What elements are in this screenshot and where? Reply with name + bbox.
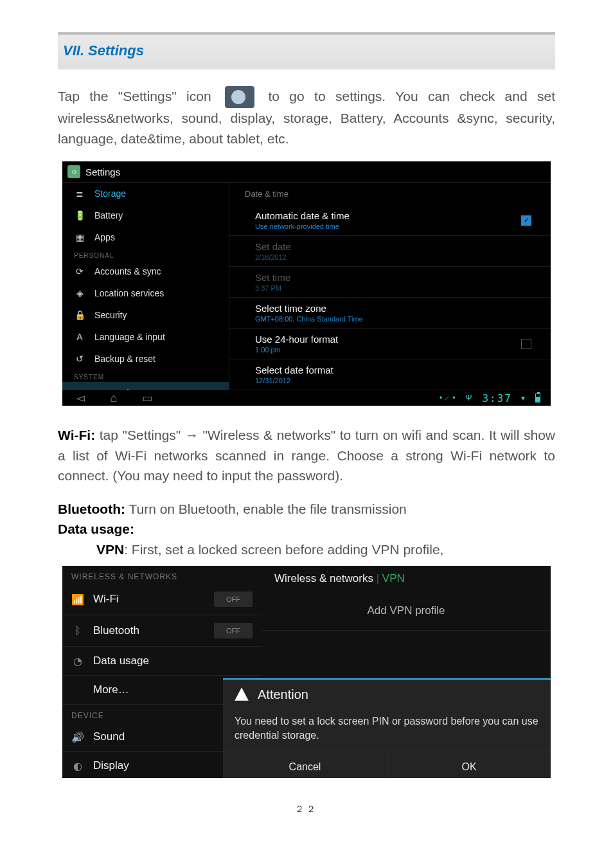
backup-icon: ↺ — [74, 353, 85, 365]
usb-icon: Ψ — [465, 393, 473, 402]
sidebar-item-backup-reset[interactable]: ↺ Backup & reset — [62, 348, 229, 370]
settings-app-icon — [225, 86, 254, 108]
intro-part1: Tap the "Settings" icon — [58, 89, 211, 104]
lock-icon: 🔒 — [74, 309, 85, 321]
dialog-title-row: Attention — [223, 680, 551, 709]
sidebar-label: Display — [93, 759, 129, 772]
wifi-text: tap "Settings" → "Wireless & networks" t… — [58, 428, 555, 483]
sidebar-item-storage[interactable]: ≣ Storage — [62, 183, 229, 204]
wifi-icon: 📶 — [71, 593, 84, 606]
crumb-vpn: VPN — [382, 572, 405, 584]
system-navbar: ◅ ⌂ ▭ •⟋• Ψ 3:37 ▾ — [62, 390, 551, 406]
sync-icon: ⟳ — [74, 266, 85, 277]
option-secondary: 12/31/2012 — [255, 377, 333, 384]
bluetooth-text: Turn on Bluetooth, enable the file trans… — [125, 502, 407, 516]
sidebar-label: Sound — [93, 730, 125, 743]
sound-icon: 🔊 — [71, 730, 84, 743]
settings-gear-icon: ⚙ — [67, 165, 80, 178]
sidebar-item-accounts-sync[interactable]: ⟳ Accounts & sync — [62, 260, 229, 282]
window-title: Settings — [85, 167, 120, 177]
sidebar-category-wireless: WIRELESS & NETWORKS — [62, 566, 262, 584]
sidebar-item-apps[interactable]: ▦ Apps — [62, 226, 229, 248]
bluetooth-paragraph: Bluetooth: Turn on Bluetooth, enable the… — [58, 499, 555, 520]
sidebar-item-battery[interactable]: 🔋 Battery — [62, 204, 229, 226]
intro-paragraph: Tap the "Settings" icon to go to setting… — [58, 86, 555, 149]
option-secondary: 3:37 PM — [255, 284, 290, 292]
page-number: ２２ — [58, 804, 555, 815]
breadcrumb: Wireless & networks | VPN — [262, 566, 551, 592]
language-icon: A — [74, 331, 85, 343]
vpn-text: : First, set a locked screen before addi… — [124, 542, 443, 557]
nav-home-icon[interactable]: ⌂ — [106, 390, 121, 406]
settings-main-pane: Date & time Automatic date & time Use ne… — [229, 183, 551, 390]
screenshot-wireless-vpn: WIRELESS & NETWORKS 📶Wi-Fi OFF ᛒBluetoot… — [62, 566, 551, 778]
wifi-paragraph: Wi-Fi: tap "Settings" → "Wireless & netw… — [58, 425, 555, 486]
option-secondary: 1:00 pm — [255, 346, 338, 354]
checkbox-unchecked-icon[interactable] — [521, 339, 531, 349]
sidebar-label: Backup & reset — [94, 354, 155, 364]
nav-recent-icon[interactable]: ▭ — [139, 390, 155, 406]
option-auto-date-time[interactable]: Automatic date & time Use network-provid… — [229, 205, 551, 236]
wifi-label: Wi-Fi: — [58, 428, 95, 442]
dialog-title: Attention — [258, 687, 308, 702]
vpn-label: VPN — [96, 542, 124, 557]
crumb-wireless: Wireless & networks — [274, 572, 373, 584]
option-primary: Set time — [255, 272, 290, 283]
option-primary: Select date format — [255, 365, 333, 375]
sidebar-label: Data usage — [93, 655, 149, 667]
option-primary: Select time zone — [255, 303, 363, 314]
option-secondary: Use network-provided time — [255, 222, 350, 230]
sidebar-label: Language & input — [94, 332, 165, 342]
sidebar-item-wifi[interactable]: 📶Wi-Fi OFF — [62, 584, 262, 615]
option-secondary: 2/18/2012 — [255, 253, 291, 261]
screenshot-settings-date-time: ⚙ Settings ≣ Storage 🔋 Battery ▦ Apps PE… — [62, 161, 551, 406]
sidebar-item-location[interactable]: ◈ Location services — [62, 282, 229, 304]
sidebar-label: Accounts & sync — [94, 266, 161, 276]
section-heading: VII. Settings — [63, 42, 550, 59]
sidebar-label: Location services — [94, 288, 164, 298]
dialog-buttons: Cancel OK — [223, 752, 551, 779]
option-primary: Use 24-hour format — [255, 334, 338, 345]
battery-status-icon — [535, 393, 540, 402]
sidebar-category-system: SYSTEM — [62, 370, 229, 382]
battery-icon: 🔋 — [74, 210, 85, 221]
wifi-toggle[interactable]: OFF — [214, 592, 253, 607]
status-clock: 3:37 — [482, 392, 512, 404]
sidebar-item-language[interactable]: A Language & input — [62, 326, 229, 348]
bluetooth-toggle[interactable]: OFF — [214, 623, 253, 638]
datausage-label: Data usage: — [58, 521, 134, 536]
sidebar-label: Apps — [94, 232, 115, 242]
sidebar-item-bluetooth[interactable]: ᛒBluetooth OFF — [62, 615, 262, 647]
blank-icon — [71, 683, 84, 696]
ok-button[interactable]: OK — [387, 752, 551, 779]
option-primary: Set date — [255, 241, 291, 252]
option-24h-format[interactable]: Use 24-hour format 1:00 pm — [229, 329, 551, 359]
bluetooth-icon: ᛒ — [71, 624, 84, 637]
sidebar-item-security[interactable]: 🔒 Security — [62, 304, 229, 326]
option-secondary: GMT+08:00, China Standard Time — [255, 315, 363, 323]
bluetooth-label: Bluetooth: — [58, 502, 125, 516]
option-date-format[interactable]: Select date format 12/31/2012 — [229, 359, 551, 390]
sidebar-label: Bluetooth — [93, 624, 139, 637]
cancel-button[interactable]: Cancel — [223, 752, 387, 779]
apps-icon: ▦ — [74, 231, 85, 243]
section-heading-bar: VII. Settings — [58, 32, 555, 69]
storage-icon: ≣ — [74, 188, 85, 199]
sidebar-item-date-time[interactable]: ◷ Date & time — [62, 382, 229, 390]
option-select-timezone[interactable]: Select time zone GMT+08:00, China Standa… — [229, 298, 551, 329]
sidebar-label: Storage — [94, 188, 126, 199]
sidebar-label: Security — [94, 310, 127, 320]
location-icon: ◈ — [74, 287, 85, 299]
option-set-time: Set time 3:37 PM — [229, 267, 551, 298]
option-primary: Automatic date & time — [255, 210, 350, 221]
sd-icon: •⟋• — [440, 393, 456, 402]
checkbox-checked-icon[interactable] — [521, 215, 531, 226]
vpn-paragraph: VPN: First, set a locked screen before a… — [58, 539, 555, 560]
datausage-heading: Data usage: — [58, 519, 555, 539]
add-vpn-profile[interactable]: Add VPN profile — [262, 592, 551, 631]
sidebar-category-personal: PERSONAL — [62, 248, 229, 260]
window-title-row: ⚙ Settings — [62, 161, 551, 183]
nav-back-icon[interactable]: ◅ — [73, 390, 88, 406]
sidebar-item-data-usage[interactable]: ◔Data usage — [62, 647, 262, 676]
attention-dialog: Attention You need to set a lock screen … — [223, 678, 551, 778]
